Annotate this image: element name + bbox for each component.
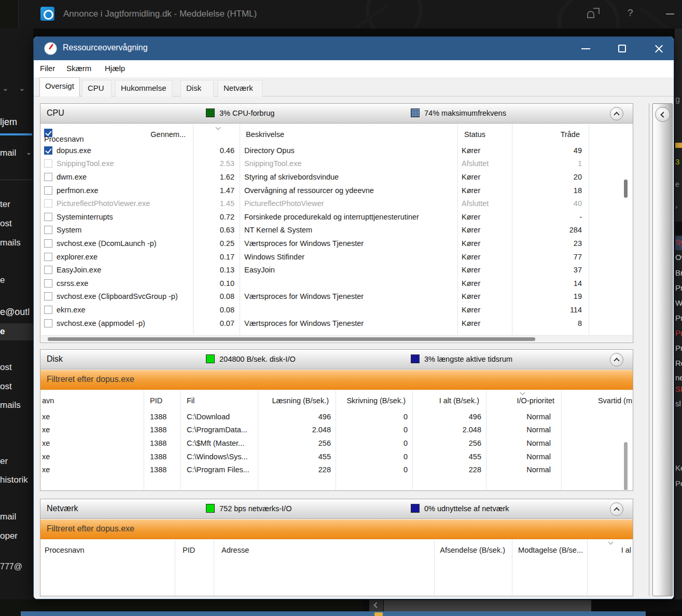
column-header-ialt[interactable]: I alt (B/sek.): [439, 396, 479, 405]
outlook-window-title: Annonce i Jagtformidling.dk - Meddelelse…: [63, 9, 257, 19]
process-checkbox[interactable]: [44, 266, 52, 274]
scroll-left-button[interactable]: [369, 600, 383, 611]
outlook-text-fragment: [0, 180, 33, 180]
process-checkbox[interactable]: [44, 186, 52, 195]
chevron-left-icon: [660, 112, 666, 117]
disk-activity-row[interactable]: xe 1388 C:\$Mft (Master... 256 0 256 Nor…: [41, 436, 632, 450]
disk-activity-row[interactable]: xe 1388 C:\Download 496 0 496 Normal: [41, 410, 632, 423]
cpu-vertical-scrollbar[interactable]: [624, 180, 628, 198]
column-header-afsendelse[interactable]: Afsendelse (B/sek.): [440, 546, 505, 554]
tab-netvaerk[interactable]: Netværk: [218, 80, 262, 97]
cpu-horizontal-scrollbar[interactable]: [41, 335, 632, 342]
cpu-process-row[interactable]: EasyJoin.exe 0.13 EasyJoin Kører 37: [41, 263, 632, 277]
column-header-modtagelse[interactable]: Modtagelse (B/se...: [518, 546, 583, 554]
process-checkbox[interactable]: [44, 199, 52, 208]
column-header-procesnavn[interactable]: Procesnavn: [44, 129, 57, 137]
menu-skaerm[interactable]: Skærm: [66, 64, 91, 73]
process-checkbox[interactable]: [44, 173, 52, 181]
expand-graphs-button[interactable]: [655, 107, 670, 122]
tab-disk[interactable]: Disk: [180, 80, 214, 97]
maximize-button[interactable]: [610, 37, 634, 60]
cpu-process-row[interactable]: svchost.exe (ClipboardSvcGroup -p) 0.08 …: [41, 290, 632, 304]
disk-section-header[interactable]: Disk 204800 B/sek. disk-I/O 3% længste a…: [40, 350, 633, 369]
cpu-section-header[interactable]: CPU 3% CPU-forbrug 74% maksimumfrekvens: [40, 104, 633, 124]
process-checkbox[interactable]: [44, 292, 52, 300]
disk-total-cell: 2.048: [412, 426, 486, 434]
column-header-io-prioritet[interactable]: I/O-prioritet: [517, 396, 554, 405]
network-collapse-button[interactable]: [610, 502, 623, 516]
window-titlebar[interactable]: Ressourceovervågning: [34, 37, 674, 60]
outlook-text-fragment: e: [0, 275, 5, 285]
process-checkbox[interactable]: [44, 146, 52, 155]
column-header-ialt[interactable]: I al: [621, 546, 631, 554]
tab-cpu[interactable]: CPU: [82, 80, 112, 97]
disk-activity-row[interactable]: xe 1388 C:\Windows\Sys... 455 0 455 Norm…: [41, 450, 632, 463]
disk-file-cell: C:\ProgramData...: [180, 426, 258, 434]
cpu-process-row[interactable]: dwm.exe 1.62 Styring af skrivebordsvindu…: [41, 170, 632, 184]
process-average-cell: 0.08: [193, 306, 240, 314]
cpu-section-title: CPU: [47, 108, 64, 118]
collapsed-graphs-panel[interactable]: [652, 103, 673, 596]
cpu-process-row[interactable]: dopus.exe 0.46 Directory Opus Kører 49: [41, 144, 632, 157]
disk-collapse-button[interactable]: [610, 353, 623, 366]
cpu-process-row[interactable]: svchost.exe (appmodel -p) 0.07 Værtsproc…: [41, 317, 632, 330]
menu-hjaelp[interactable]: Hjælp: [105, 64, 125, 73]
process-threads-cell: 23: [512, 239, 589, 248]
column-header-pid[interactable]: PID: [150, 396, 162, 405]
overview-content: CPU 3% CPU-forbrug 74% maksimumfrekvens: [34, 97, 674, 599]
process-checkbox[interactable]: [44, 279, 52, 288]
cpu-process-row[interactable]: csrss.exe 0.10 Kører 14: [41, 277, 632, 290]
process-threads-cell: -: [512, 213, 589, 221]
minimize-button[interactable]: [574, 37, 597, 60]
column-header-svartid[interactable]: Svartid (m: [598, 396, 632, 405]
column-header-adresse[interactable]: Adresse: [221, 546, 249, 554]
tab-hukommelse[interactable]: Hukommelse: [115, 80, 172, 97]
column-header-traade[interactable]: Tråde: [561, 130, 580, 139]
horizontal-scrollbar[interactable]: [384, 600, 591, 611]
help-icon[interactable]: ?: [628, 7, 633, 19]
column-header-laesning[interactable]: Læsning (B/sek.): [272, 396, 329, 405]
process-checkbox[interactable]: [44, 159, 52, 168]
process-checkbox[interactable]: [44, 319, 52, 327]
outlook-text-fragment: e@outl: [0, 307, 30, 318]
scrollbar-thumb[interactable]: [48, 337, 535, 341]
column-header-procesnavn-truncated[interactable]: avn: [42, 396, 54, 405]
process-checkbox[interactable]: [44, 213, 52, 221]
disk-activity-row[interactable]: xe 1388 C:\ProgramData... 2.048 0 2.048 …: [41, 423, 632, 437]
disk-activity-row[interactable]: xe 1388 C:\Program Files... 228 0 228 No…: [41, 463, 632, 476]
outlook-titlebar[interactable]: Annonce i Jagtformidling.dk - Meddelelse…: [0, 0, 682, 29]
process-threads-cell: 1: [512, 159, 589, 168]
tab-oversigt[interactable]: Oversigt: [39, 77, 80, 97]
close-button[interactable]: [647, 37, 670, 60]
column-header-beskrivelse[interactable]: Beskrivelse: [246, 130, 284, 139]
column-header-status[interactable]: Status: [464, 130, 485, 139]
process-checkbox[interactable]: [44, 226, 52, 234]
splitter-line[interactable]: [649, 103, 649, 596]
outlook-minimize-icon[interactable]: [666, 13, 674, 15]
cpu-process-row[interactable]: SnippingTool.exe 2.53 SnippingTool.exe A…: [41, 157, 632, 171]
cpu-process-row[interactable]: PictureflectPhotoViewer.exe 1.45 Picture…: [41, 197, 632, 210]
cpu-collapse-button[interactable]: [610, 107, 623, 120]
cpu-process-row[interactable]: System 0.63 NT Kernel & System Kører 284: [41, 224, 632, 237]
cpu-process-row[interactable]: ekrn.exe 0.08 Kører 114: [41, 303, 632, 317]
column-header-procesnavn[interactable]: Procesnavn: [45, 546, 85, 554]
column-header-gennemsnit[interactable]: Gennem...: [150, 130, 186, 139]
process-checkbox[interactable]: [44, 239, 52, 248]
coming-soon-toggle-icon[interactable]: [586, 8, 600, 20]
menu-filer[interactable]: Filer: [40, 64, 55, 73]
process-checkbox[interactable]: [44, 253, 52, 261]
cpu-process-row[interactable]: svchost.exe (DcomLaunch -p) 0.25 Værtspr…: [41, 237, 632, 250]
process-average-cell: 1.47: [193, 186, 240, 195]
network-section-header[interactable]: Netværk 752 bps netværks-I/O 0% udnyttel…: [40, 499, 633, 519]
cpu-process-row[interactable]: perfmon.exe 1.47 Overvågning af ressourc…: [41, 184, 632, 197]
process-name-cell: Systeminterrupts: [41, 213, 193, 221]
disk-vertical-scrollbar[interactable]: [624, 442, 628, 490]
column-header-fil[interactable]: Fil: [187, 396, 194, 405]
network-activity-table: Procesnavn PID Adresse Afsendelse (B/sek…: [41, 540, 632, 595]
outlook-left-edge: [0, 0, 19, 29]
column-header-skrivning[interactable]: Skrivning (B/sek.): [346, 396, 406, 405]
column-header-pid[interactable]: PID: [183, 546, 195, 554]
cpu-process-row[interactable]: Systeminterrupts 0.72 Forsinkede procedu…: [41, 210, 632, 224]
cpu-process-row[interactable]: explorer.exe 0.17 Windows Stifinder Køre…: [41, 250, 632, 264]
process-checkbox[interactable]: [44, 306, 52, 314]
